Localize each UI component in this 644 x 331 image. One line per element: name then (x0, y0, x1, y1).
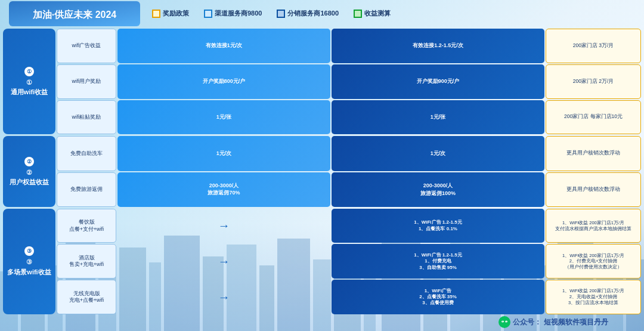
watermark: 公众号： 短视频软件项目丹丹 (499, 316, 608, 328)
section-2-subs: 免费自助洗车 免费旅游返佣 (57, 136, 116, 206)
category-1-text: ① ① 通用wifi收益 (11, 66, 48, 97)
category-3: ③ ③ 多场景wifi收益 (3, 209, 55, 314)
rev-3-2: 1、WiFi收益 200家门店1万/月 2、充电收益+支付抽佣 3、按门店流水本… (546, 280, 641, 314)
circle-2: ② (24, 157, 34, 166)
section-1-c9800: 有效连接1元/次 开户奖励800元/户 1元/张 (117, 29, 330, 134)
watermark-prefix: 公众号： (513, 317, 541, 327)
legend-icon-yellow (152, 10, 160, 18)
section-2-revenue: 更具用户核销次数浮动 更具用户核销次数浮动 (546, 136, 641, 206)
cell-1-1-c9800: 开户奖励800元/户 (117, 64, 330, 99)
arrow-3-0: → (117, 209, 330, 243)
section-2-row: ② ② 用户权益收益 免费自助洗车 免费旅游返佣 1元/次 200-3000/人… (3, 136, 641, 206)
sub-3-1: 酒店版 售卖+充电+wifi (57, 244, 116, 279)
section-2-c16800: 1元/次 200-3000/人 旅游返佣100% (332, 136, 544, 206)
legend-label-0: 奖励政策 (163, 9, 189, 18)
category-3-inner: ③ ③ 多场景wifi收益 (7, 246, 51, 277)
sub-1-1: wifi用户奖励 (57, 64, 116, 99)
cell-2-1-c16800: 200-3000/人 旅游返佣100% (332, 172, 544, 207)
section-3-c16800: 1、WiFi广告 1.2-1.5元 1、点餐洗车 0.1% 1、WiFi广告 1… (332, 209, 544, 314)
cell-1-0-c16800: 有效连接1.2-1.5元/次 (332, 29, 544, 63)
circle-1: ① (24, 67, 34, 76)
wechat-icon (499, 316, 510, 328)
category-1: ① ① 通用wifi收益 (3, 29, 55, 134)
svg-point-27 (501, 321, 504, 323)
rev-2-0: 更具用户核销次数浮动 (546, 136, 641, 171)
rev-1-2: 200家门店 每家门店10元 (546, 100, 641, 135)
section-1-revenue: 200家门店 3万/月 200家门店 2万/月 200家门店 每家门店10元 (546, 29, 641, 134)
section-3-c9800: → → → (117, 209, 330, 314)
sub-3-2: 无线充电版 充电+点餐+wifi (57, 280, 116, 314)
logo-svg: 加油·供应未来 2024 (9, 1, 140, 26)
svg-point-26 (499, 316, 510, 328)
cell-3-2-c16800: 1、WiFi广告 2、点餐洗车 35% 3、点餐使用费 (332, 280, 544, 314)
rev-3-0: 1、WiFi收益 200家门店1万/月 支付流水根据商户流水本地抽佣结算 (546, 209, 641, 243)
section-1-subs: wifi广告收益 wifi用户奖励 wifi粘贴奖励 (57, 29, 116, 134)
logo-area: 加油·供应未来 2024 (9, 1, 140, 26)
legend-label-2: 分销服务商16800 (287, 9, 339, 18)
main-table: ① ① 通用wifi收益 wifi广告收益 wifi用户奖励 wifi粘贴奖励 … (3, 29, 641, 314)
sub-3-0: 餐饮版 点餐+支付+wifi (57, 209, 116, 243)
cat2-label: ② 用户权益收益 (10, 168, 49, 187)
rev-1-0: 200家门店 3万/月 (546, 29, 641, 63)
svg-text:加油·供应未来 2024: 加油·供应未来 2024 (32, 9, 117, 20)
section-3-revenue: 1、WiFi收益 200家门店1万/月 支付流水根据商户流水本地抽佣结算 1、W… (546, 209, 641, 314)
section-1-c16800: 有效连接1.2-1.5元/次 开户奖励900元/户 1元/张 (332, 29, 544, 134)
svg-point-29 (502, 321, 503, 321)
cell-2-1-c9800: 200-3000/人 旅游返佣70% (117, 172, 330, 207)
sub-2-1: 免费旅游返佣 (57, 172, 116, 207)
sub-2-0: 免费自助洗车 (57, 136, 116, 171)
cell-3-0-c16800: 1、WiFi广告 1.2-1.5元 1、点餐洗车 0.1% (332, 209, 544, 243)
legend-icon-blue (204, 10, 212, 18)
svg-point-30 (506, 321, 506, 321)
cell-2-0-c16800: 1元/次 (332, 136, 544, 171)
legend-row: 奖励政策 渠道服务商9800 分销服务商16800 收益测算 (152, 9, 391, 18)
cell-1-1-c16800: 开户奖励900元/户 (332, 64, 544, 99)
cat1-label: ① 通用wifi收益 (11, 78, 48, 97)
cat3-label: ③ 多场景wifi收益 (7, 257, 51, 277)
legend-label-1: 渠道服务商9800 (215, 9, 262, 18)
rev-1-1: 200家门店 2万/月 (546, 64, 641, 99)
svg-point-28 (505, 321, 507, 323)
legend-icon-green (354, 10, 362, 18)
sub-1-2: wifi粘贴奖励 (57, 100, 116, 135)
section-3-subs: 餐饮版 点餐+支付+wifi 酒店版 售卖+充电+wifi 无线充电版 充电+点… (57, 209, 116, 314)
watermark-name: 短视频软件项目丹丹 (544, 317, 608, 327)
arrow-3-2: → (117, 280, 330, 314)
section-1-row: ① ① 通用wifi收益 wifi广告收益 wifi用户奖励 wifi粘贴奖励 … (3, 29, 641, 134)
rev-3-1: 1、WiFi收益 200家门店1万/月 2、付费充电+支付抽佣 （用户付费使用次… (546, 244, 641, 279)
sub-1-0: wifi广告收益 (57, 29, 116, 63)
cell-1-0-c9800: 有效连接1元/次 (117, 29, 330, 63)
cell-2-0-c9800: 1元/次 (117, 136, 330, 171)
section-3-row: ③ ③ 多场景wifi收益 餐饮版 点餐+支付+wifi 酒店版 售卖+充电+w… (3, 209, 641, 314)
arrow-3-1: → (117, 244, 330, 279)
rev-2-1: 更具用户核销次数浮动 (546, 172, 641, 207)
legend-jilijiance: 奖励政策 (152, 9, 189, 18)
category-2: ② ② 用户权益收益 (3, 136, 55, 206)
legend-shouyi: 收益测算 (354, 9, 391, 18)
section-2-c9800: 1元/次 200-3000/人 旅游返佣70% (117, 136, 330, 206)
legend-label-3: 收益测算 (364, 9, 391, 18)
cell-1-2-c16800: 1元/张 (332, 100, 544, 135)
header: 加油·供应未来 2024 奖励政策 渠道服务商9800 分销服务商16800 收… (0, 0, 644, 27)
category-2-inner: ② ② 用户权益收益 (10, 156, 49, 187)
cell-3-1-c16800: 1、WiFi广告 1.2-1.5元 1、付费充电 3、自助售卖 95% (332, 244, 544, 279)
legend-fengxiao: 分销服务商16800 (277, 9, 339, 18)
legend-qudao: 渠道服务商9800 (204, 9, 262, 18)
circle-3: ③ (24, 246, 34, 256)
legend-icon-darkblue (277, 10, 285, 18)
cell-1-2-c9800: 1元/张 (117, 100, 330, 135)
